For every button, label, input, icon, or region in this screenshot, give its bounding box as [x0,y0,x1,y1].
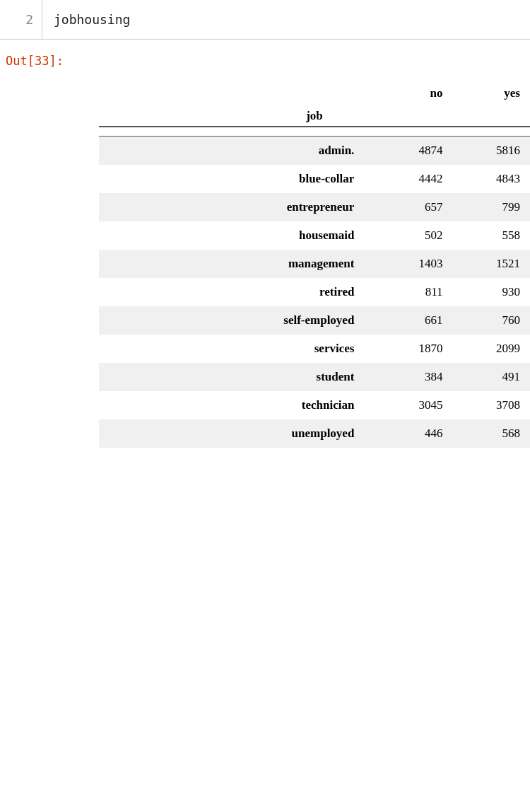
data-table: no yes job admin.48745816blue-collar4442… [99,82,530,448]
cell-yes: 558 [453,221,531,250]
cell-no: 384 [364,363,452,391]
cell-job: entrepreneur [99,193,364,221]
cell-no: 4874 [364,137,452,166]
cell-no: 661 [364,306,452,335]
table-row: housemaid502558 [99,221,530,250]
group-header-job: job [99,105,530,127]
cell-job: management [99,250,364,278]
cell-no: 502 [364,221,452,250]
main-content: no yes job admin.48745816blue-collar4442… [0,75,530,448]
top-bar: 2 jobhousing [0,0,530,40]
cell-yes: 5816 [453,137,531,166]
table-row: admin.48745816 [99,137,530,166]
cell-job: technician [99,391,364,419]
cell-yes: 930 [453,278,531,306]
table-row: unemployed446568 [99,419,530,448]
cell-job: housemaid [99,221,364,250]
cell-yes: 799 [453,193,531,221]
cell-yes: 491 [453,363,531,391]
table-wrapper: no yes job admin.48745816blue-collar4442… [99,82,530,448]
code-cell[interactable]: jobhousing [42,0,130,39]
th-separator-yes [453,127,531,137]
cell-yes: 568 [453,419,531,448]
th-separator-job [99,127,364,137]
table-row: entrepreneur657799 [99,193,530,221]
cell-no: 811 [364,278,452,306]
table-row: student384491 [99,363,530,391]
cell-job: blue-collar [99,165,364,193]
cell-yes: 3708 [453,391,531,419]
output-label: Out[33]: [0,40,530,75]
cell-yes: 4843 [453,165,531,193]
cell-no: 4442 [364,165,452,193]
col-header-no-label [99,82,364,105]
table-row: technician30453708 [99,391,530,419]
cell-yes: 2099 [453,335,531,363]
col-header-yes: yes [453,82,531,105]
table-row: retired811930 [99,278,530,306]
th-separator-no [364,127,452,137]
table-row: management14031521 [99,250,530,278]
table-row: blue-collar44424843 [99,165,530,193]
cell-job: self-employed [99,306,364,335]
cell-yes: 760 [453,306,531,335]
cell-job: retired [99,278,364,306]
cell-job: services [99,335,364,363]
cell-no: 1870 [364,335,452,363]
cell-no: 657 [364,193,452,221]
col-header-no: no [364,82,452,105]
cell-no: 446 [364,419,452,448]
cell-no: 3045 [364,391,452,419]
cell-no: 1403 [364,250,452,278]
table-row: self-employed661760 [99,306,530,335]
table-row: services18702099 [99,335,530,363]
cell-job: admin. [99,137,364,166]
cell-job: unemployed [99,419,364,448]
cell-job: student [99,363,364,391]
cell-yes: 1521 [453,250,531,278]
line-number: 2 [0,0,42,39]
